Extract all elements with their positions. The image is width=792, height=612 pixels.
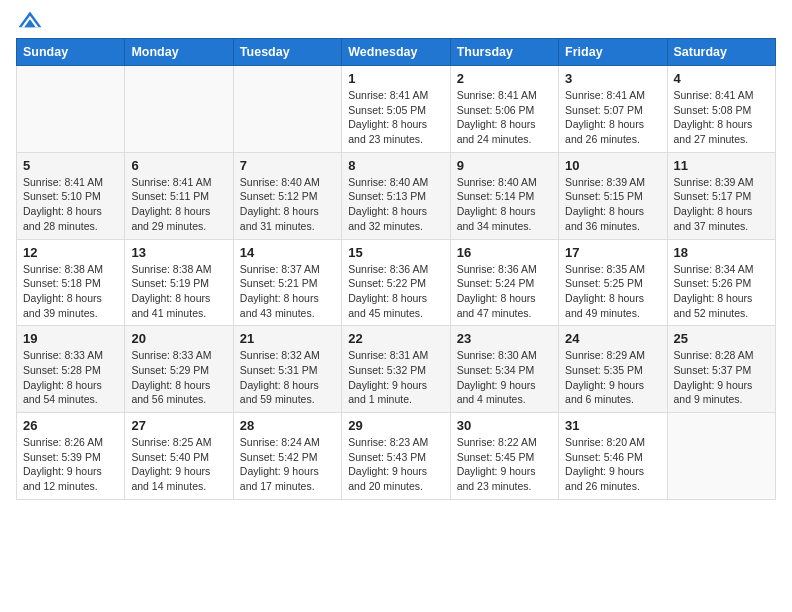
day-number: 24 (565, 331, 660, 346)
day-number: 27 (131, 418, 226, 433)
day-of-week-header: Friday (559, 39, 667, 66)
logo-icon (16, 10, 44, 30)
day-number: 12 (23, 245, 118, 260)
calendar-cell: 10Sunrise: 8:39 AM Sunset: 5:15 PM Dayli… (559, 152, 667, 239)
calendar-cell: 27Sunrise: 8:25 AM Sunset: 5:40 PM Dayli… (125, 413, 233, 500)
calendar-cell: 5Sunrise: 8:41 AM Sunset: 5:10 PM Daylig… (17, 152, 125, 239)
day-info: Sunrise: 8:23 AM Sunset: 5:43 PM Dayligh… (348, 435, 443, 494)
day-number: 11 (674, 158, 769, 173)
day-number: 29 (348, 418, 443, 433)
day-number: 9 (457, 158, 552, 173)
calendar-cell: 12Sunrise: 8:38 AM Sunset: 5:18 PM Dayli… (17, 239, 125, 326)
day-number: 23 (457, 331, 552, 346)
calendar-week-row: 12Sunrise: 8:38 AM Sunset: 5:18 PM Dayli… (17, 239, 776, 326)
day-number: 20 (131, 331, 226, 346)
calendar-cell: 3Sunrise: 8:41 AM Sunset: 5:07 PM Daylig… (559, 66, 667, 153)
day-info: Sunrise: 8:35 AM Sunset: 5:25 PM Dayligh… (565, 262, 660, 321)
calendar-cell: 11Sunrise: 8:39 AM Sunset: 5:17 PM Dayli… (667, 152, 775, 239)
day-number: 10 (565, 158, 660, 173)
day-info: Sunrise: 8:22 AM Sunset: 5:45 PM Dayligh… (457, 435, 552, 494)
calendar-cell: 31Sunrise: 8:20 AM Sunset: 5:46 PM Dayli… (559, 413, 667, 500)
day-info: Sunrise: 8:38 AM Sunset: 5:18 PM Dayligh… (23, 262, 118, 321)
header (16, 10, 776, 30)
day-info: Sunrise: 8:29 AM Sunset: 5:35 PM Dayligh… (565, 348, 660, 407)
page: SundayMondayTuesdayWednesdayThursdayFrid… (0, 0, 792, 516)
calendar-cell: 7Sunrise: 8:40 AM Sunset: 5:12 PM Daylig… (233, 152, 341, 239)
calendar-cell: 18Sunrise: 8:34 AM Sunset: 5:26 PM Dayli… (667, 239, 775, 326)
calendar-cell: 26Sunrise: 8:26 AM Sunset: 5:39 PM Dayli… (17, 413, 125, 500)
day-number: 4 (674, 71, 769, 86)
day-info: Sunrise: 8:20 AM Sunset: 5:46 PM Dayligh… (565, 435, 660, 494)
calendar-cell: 24Sunrise: 8:29 AM Sunset: 5:35 PM Dayli… (559, 326, 667, 413)
calendar-week-row: 5Sunrise: 8:41 AM Sunset: 5:10 PM Daylig… (17, 152, 776, 239)
calendar-cell: 2Sunrise: 8:41 AM Sunset: 5:06 PM Daylig… (450, 66, 558, 153)
calendar-cell: 19Sunrise: 8:33 AM Sunset: 5:28 PM Dayli… (17, 326, 125, 413)
calendar-cell: 17Sunrise: 8:35 AM Sunset: 5:25 PM Dayli… (559, 239, 667, 326)
day-info: Sunrise: 8:28 AM Sunset: 5:37 PM Dayligh… (674, 348, 769, 407)
day-info: Sunrise: 8:41 AM Sunset: 5:07 PM Dayligh… (565, 88, 660, 147)
day-info: Sunrise: 8:33 AM Sunset: 5:29 PM Dayligh… (131, 348, 226, 407)
day-number: 26 (23, 418, 118, 433)
day-number: 16 (457, 245, 552, 260)
calendar-cell (17, 66, 125, 153)
calendar-week-row: 1Sunrise: 8:41 AM Sunset: 5:05 PM Daylig… (17, 66, 776, 153)
day-number: 19 (23, 331, 118, 346)
day-info: Sunrise: 8:41 AM Sunset: 5:11 PM Dayligh… (131, 175, 226, 234)
day-info: Sunrise: 8:30 AM Sunset: 5:34 PM Dayligh… (457, 348, 552, 407)
calendar-cell (667, 413, 775, 500)
day-number: 21 (240, 331, 335, 346)
day-info: Sunrise: 8:36 AM Sunset: 5:22 PM Dayligh… (348, 262, 443, 321)
calendar: SundayMondayTuesdayWednesdayThursdayFrid… (16, 38, 776, 500)
day-info: Sunrise: 8:41 AM Sunset: 5:05 PM Dayligh… (348, 88, 443, 147)
day-of-week-header: Monday (125, 39, 233, 66)
day-info: Sunrise: 8:25 AM Sunset: 5:40 PM Dayligh… (131, 435, 226, 494)
day-number: 25 (674, 331, 769, 346)
calendar-cell: 8Sunrise: 8:40 AM Sunset: 5:13 PM Daylig… (342, 152, 450, 239)
day-number: 15 (348, 245, 443, 260)
calendar-cell: 30Sunrise: 8:22 AM Sunset: 5:45 PM Dayli… (450, 413, 558, 500)
day-info: Sunrise: 8:41 AM Sunset: 5:08 PM Dayligh… (674, 88, 769, 147)
day-info: Sunrise: 8:39 AM Sunset: 5:15 PM Dayligh… (565, 175, 660, 234)
day-info: Sunrise: 8:40 AM Sunset: 5:13 PM Dayligh… (348, 175, 443, 234)
calendar-cell (233, 66, 341, 153)
day-number: 1 (348, 71, 443, 86)
day-number: 17 (565, 245, 660, 260)
day-number: 8 (348, 158, 443, 173)
day-info: Sunrise: 8:41 AM Sunset: 5:06 PM Dayligh… (457, 88, 552, 147)
day-of-week-header: Saturday (667, 39, 775, 66)
day-number: 18 (674, 245, 769, 260)
day-number: 31 (565, 418, 660, 433)
day-number: 22 (348, 331, 443, 346)
day-info: Sunrise: 8:26 AM Sunset: 5:39 PM Dayligh… (23, 435, 118, 494)
day-of-week-header: Tuesday (233, 39, 341, 66)
calendar-cell: 4Sunrise: 8:41 AM Sunset: 5:08 PM Daylig… (667, 66, 775, 153)
calendar-cell: 6Sunrise: 8:41 AM Sunset: 5:11 PM Daylig… (125, 152, 233, 239)
day-info: Sunrise: 8:34 AM Sunset: 5:26 PM Dayligh… (674, 262, 769, 321)
day-number: 5 (23, 158, 118, 173)
calendar-cell: 25Sunrise: 8:28 AM Sunset: 5:37 PM Dayli… (667, 326, 775, 413)
day-info: Sunrise: 8:38 AM Sunset: 5:19 PM Dayligh… (131, 262, 226, 321)
calendar-cell: 23Sunrise: 8:30 AM Sunset: 5:34 PM Dayli… (450, 326, 558, 413)
calendar-cell: 15Sunrise: 8:36 AM Sunset: 5:22 PM Dayli… (342, 239, 450, 326)
day-number: 28 (240, 418, 335, 433)
day-of-week-header: Wednesday (342, 39, 450, 66)
calendar-cell: 14Sunrise: 8:37 AM Sunset: 5:21 PM Dayli… (233, 239, 341, 326)
day-info: Sunrise: 8:32 AM Sunset: 5:31 PM Dayligh… (240, 348, 335, 407)
day-number: 14 (240, 245, 335, 260)
day-info: Sunrise: 8:31 AM Sunset: 5:32 PM Dayligh… (348, 348, 443, 407)
calendar-header-row: SundayMondayTuesdayWednesdayThursdayFrid… (17, 39, 776, 66)
day-info: Sunrise: 8:24 AM Sunset: 5:42 PM Dayligh… (240, 435, 335, 494)
logo (16, 10, 48, 30)
day-info: Sunrise: 8:39 AM Sunset: 5:17 PM Dayligh… (674, 175, 769, 234)
calendar-week-row: 19Sunrise: 8:33 AM Sunset: 5:28 PM Dayli… (17, 326, 776, 413)
day-number: 30 (457, 418, 552, 433)
day-info: Sunrise: 8:41 AM Sunset: 5:10 PM Dayligh… (23, 175, 118, 234)
calendar-cell: 9Sunrise: 8:40 AM Sunset: 5:14 PM Daylig… (450, 152, 558, 239)
day-info: Sunrise: 8:36 AM Sunset: 5:24 PM Dayligh… (457, 262, 552, 321)
day-info: Sunrise: 8:37 AM Sunset: 5:21 PM Dayligh… (240, 262, 335, 321)
day-info: Sunrise: 8:40 AM Sunset: 5:14 PM Dayligh… (457, 175, 552, 234)
calendar-cell: 21Sunrise: 8:32 AM Sunset: 5:31 PM Dayli… (233, 326, 341, 413)
calendar-cell: 20Sunrise: 8:33 AM Sunset: 5:29 PM Dayli… (125, 326, 233, 413)
day-number: 6 (131, 158, 226, 173)
day-number: 3 (565, 71, 660, 86)
